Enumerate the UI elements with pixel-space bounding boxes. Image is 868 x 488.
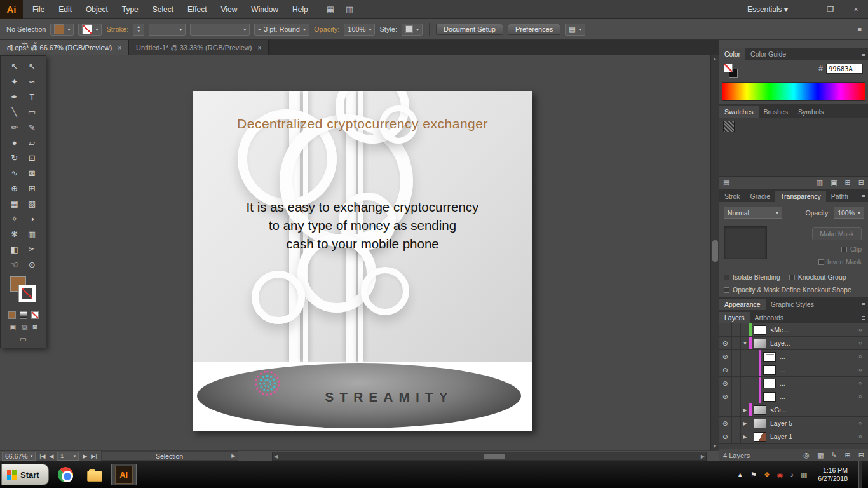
clock[interactable]: 1:16 PM 6/27/2018 [814, 466, 848, 483]
invert-mask-checkbox[interactable]: Invert Mask [818, 258, 862, 266]
stepper-arrows-icon[interactable]: ▲▼ [137, 25, 140, 34]
horizontal-scrollbar[interactable]: ◀ ▶ [272, 452, 707, 461]
layer-row[interactable]: ⊙▶Layer 1○ [719, 430, 868, 444]
blend-mode-dropdown[interactable]: Normal ▾ [724, 207, 782, 219]
visibility-toggle-icon[interactable]: ⊙ [719, 417, 732, 430]
first-artboard-icon[interactable]: |◀ [39, 453, 45, 459]
lock-toggle[interactable] [732, 403, 741, 416]
color-tab-color[interactable]: Color [719, 48, 745, 60]
swatches-tab-swatches[interactable]: Swatches [719, 106, 759, 118]
panel-opacity-dropdown[interactable]: 100% ▾ [834, 207, 864, 219]
stroke-color-swatch[interactable] [19, 285, 36, 302]
panel-menu-icon[interactable]: ≡ [862, 312, 865, 323]
zoom-tool[interactable]: ⊙ [24, 257, 41, 272]
draw-normal-icon[interactable]: ▣ [10, 323, 16, 331]
opacity-dropdown[interactable]: 100% ▾ [344, 24, 375, 36]
artboard[interactable]: Decentralized cryptocurrency exchanger I… [193, 91, 532, 431]
visibility-toggle-icon[interactable]: ⊙ [719, 350, 732, 363]
previous-artboard-icon[interactable]: ◀ [49, 453, 53, 459]
delete-layer-icon[interactable]: ⊟ [858, 451, 864, 459]
close-button[interactable]: × [848, 5, 864, 14]
next-artboard-icon[interactable]: ▶ [83, 453, 87, 459]
tray-alert-icon[interactable]: ◉ [777, 471, 783, 479]
layer-name[interactable]: Layer 5 [770, 419, 853, 427]
tab-close-icon[interactable]: × [118, 44, 121, 51]
stroke-swatch[interactable] [82, 24, 92, 34]
close-panel-icon[interactable]: × [34, 40, 37, 46]
layer-name[interactable]: Layer 1 [770, 433, 853, 440]
hand-tool[interactable]: ☜ [6, 257, 24, 272]
target-circle-icon[interactable]: ○ [853, 393, 868, 400]
lasso-tool[interactable]: ∽ [24, 74, 41, 89]
swatches-tab-brushes[interactable]: Brushes [759, 106, 794, 118]
visibility-toggle-icon[interactable]: ⊙ [719, 337, 732, 349]
make-mask-button[interactable]: Make Mask [812, 227, 862, 240]
layers-tab-layers[interactable]: Layers [719, 312, 750, 323]
rotate-tool[interactable]: ↻ [6, 150, 24, 165]
taskbar-illustrator[interactable]: Ai [111, 464, 137, 485]
layer-name[interactable]: ... [780, 379, 853, 387]
menu-effect[interactable]: Effect [180, 0, 214, 19]
vertical-scrollbar[interactable]: ▲ ▼ [710, 55, 719, 450]
layer-thumbnail[interactable] [754, 419, 766, 428]
layer-name[interactable]: ... [780, 353, 853, 360]
control-panel-menu-icon[interactable]: ≡ [858, 25, 862, 33]
action-center-flag-icon[interactable]: ⚑ [750, 471, 757, 479]
color-mode-icon[interactable] [8, 311, 16, 319]
vertical-scroll-thumb[interactable] [712, 240, 718, 262]
layer-row[interactable]: ⊙▼Laye...○ [719, 337, 868, 350]
transparency-tab-gradie[interactable]: Gradie [745, 191, 776, 202]
scroll-left-icon[interactable]: ◀ [274, 454, 278, 459]
tray-app-icon[interactable]: ❖ [764, 471, 770, 479]
lock-toggle[interactable] [732, 350, 741, 363]
pen-tool[interactable]: ✒ [6, 89, 24, 104]
scale-tool[interactable]: ⊡ [24, 150, 41, 165]
magic-wand-tool[interactable]: ✦ [6, 74, 24, 89]
layer-thumbnail[interactable] [754, 325, 766, 335]
screen-mode-icon[interactable]: ▭ [20, 335, 27, 344]
target-circle-icon[interactable]: ○ [853, 327, 868, 333]
color-spectrum[interactable] [722, 82, 865, 101]
symbol-sprayer-tool[interactable]: ❋ [6, 226, 24, 241]
horizontal-scroll-thumb[interactable] [484, 454, 505, 459]
scroll-right-icon[interactable]: ▶ [701, 454, 705, 459]
menu-edit[interactable]: Edit [51, 0, 79, 19]
isolate-blending-checkbox[interactable]: Isolate Blending [724, 273, 780, 281]
swatches-tab-symbols[interactable]: Symbols [793, 106, 829, 118]
paintbrush-tool[interactable]: ✏ [6, 119, 24, 135]
visibility-toggle-icon[interactable]: ⊙ [719, 363, 732, 376]
menu-file[interactable]: File [25, 0, 51, 19]
fill-color-dropdown[interactable]: ▾ [50, 24, 74, 36]
transparency-tab-pathfi[interactable]: Pathfi [826, 191, 853, 202]
menu-object[interactable]: Object [79, 0, 115, 19]
menu-window[interactable]: Window [244, 0, 285, 19]
layer-thumbnail[interactable] [763, 365, 776, 375]
swatch-group-icon[interactable]: ▣ [831, 179, 837, 187]
panel-menu-icon[interactable]: ≡ [862, 299, 865, 310]
transparency-tab-transparency[interactable]: Transparency [775, 191, 826, 202]
fill-swatch[interactable] [54, 24, 64, 34]
target-circle-icon[interactable]: ○ [853, 353, 868, 360]
document-tab[interactable]: d].eps* @ 66.67% (RGB/Preview)× [0, 40, 129, 55]
visibility-toggle-icon[interactable] [719, 323, 732, 336]
type-tool[interactable]: T [24, 89, 41, 104]
layer-row[interactable]: ⊙...○ [719, 390, 868, 403]
new-layer-icon[interactable]: ⊞ [845, 451, 851, 459]
stroke-label[interactable]: Stroke: [106, 25, 128, 33]
line-segment-tool[interactable]: ╲ [6, 104, 24, 119]
rectangle-tool[interactable]: ▭ [24, 104, 41, 119]
menu-help[interactable]: Help [285, 0, 315, 19]
layer-thumbnail[interactable] [754, 405, 766, 415]
layer-row[interactable]: ⊙...○ [719, 350, 868, 363]
menu-view[interactable]: View [214, 0, 245, 19]
volume-icon[interactable]: ♪ [790, 471, 794, 478]
stroke-color-dropdown[interactable]: ▾ [78, 24, 102, 36]
align-dropdown[interactable]: ▤ ▾ [565, 24, 585, 36]
document-tab[interactable]: Untitled-1* @ 33.33% (RGB/Preview)× [129, 40, 269, 55]
clip-checkbox[interactable]: Clip [841, 245, 862, 253]
gradient-mode-icon[interactable] [20, 311, 27, 319]
status-display[interactable]: Selection ▶ [101, 451, 238, 461]
lock-toggle[interactable] [732, 323, 741, 336]
draw-inside-icon[interactable]: ◙ [33, 323, 37, 331]
free-transform-tool[interactable]: ⊠ [24, 165, 41, 180]
